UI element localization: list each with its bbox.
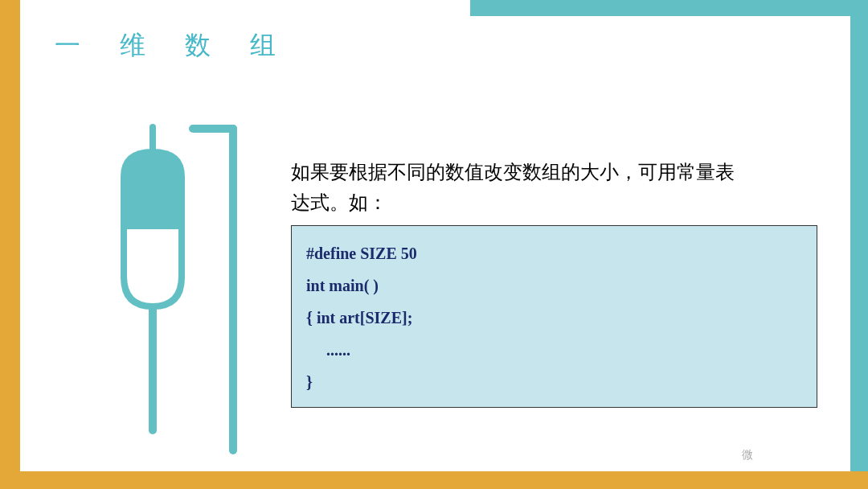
watermark-text: 29号造物吧: [762, 446, 836, 465]
border-top-right: [470, 0, 868, 16]
page-title: 一 维 数 组: [55, 28, 292, 64]
watermark: 微 29号造物吧: [738, 446, 836, 465]
wechat-icon: 微: [738, 446, 757, 465]
iv-drip-illustration: [88, 105, 257, 462]
code-line: ......: [306, 334, 802, 366]
code-line: { int art[SIZE];: [306, 302, 802, 334]
border-right: [850, 0, 868, 489]
border-left: [0, 0, 20, 489]
border-bottom: [0, 471, 868, 489]
code-line: }: [306, 366, 802, 398]
description-text: 如果要根据不同的数值改变数组的大小，可用常量表达式。如：: [291, 157, 741, 219]
code-line: int main( ): [306, 269, 802, 302]
code-block: #define SIZE 50 int main( ) { int art[SI…: [291, 225, 817, 408]
code-line: #define SIZE 50: [306, 237, 802, 269]
